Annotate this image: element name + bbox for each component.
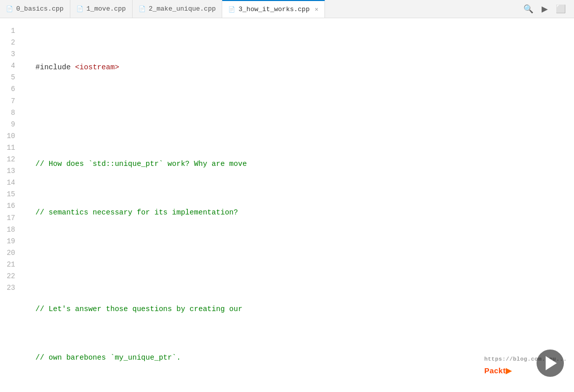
toolbar-actions: 🔍 ▶ ⬜ — [521, 3, 574, 15]
search-button[interactable]: 🔍 — [521, 3, 536, 15]
file-icon-2: 📄 — [139, 6, 146, 12]
line-num-18: 18 — [0, 224, 20, 236]
line-num-11: 11 — [0, 142, 20, 154]
line-num-2: 2 — [0, 37, 20, 49]
line-num-3: 3 — [0, 49, 20, 60]
tab-0-label: 0_basics.cpp — [16, 5, 64, 13]
code-line-1: #include <iostream> — [35, 62, 574, 74]
line-num-12: 12 — [0, 154, 20, 165]
file-icon-0: 📄 — [6, 6, 13, 12]
tab-1-label: 1_move.cpp — [87, 5, 126, 13]
watermark-brand: Packt▶ — [484, 366, 512, 375]
play-triangle-icon — [546, 356, 557, 370]
tab-3-how-it-works[interactable]: 📄 3_how_it_works.cpp ✕ — [222, 0, 325, 18]
line-num-21: 21 — [0, 259, 20, 271]
code-line-3: // How does `std::unique_ptr` work? Why … — [35, 158, 574, 170]
tab-0-basics[interactable]: 📄 0_basics.cpp — [0, 0, 70, 18]
line-num-23: 23 — [0, 282, 20, 294]
code-line-4: // semantics necessary for its implement… — [35, 207, 574, 219]
code-line-6: // Let's answer those questions by creat… — [35, 303, 574, 316]
line-num-9: 9 — [0, 119, 20, 130]
split-button[interactable]: ⬜ — [554, 3, 568, 15]
line-num-14: 14 — [0, 177, 20, 189]
line-num-4: 4 — [0, 60, 20, 72]
line-num-15: 15 — [0, 189, 20, 200]
line-num-5: 5 — [0, 72, 20, 83]
line-num-17: 17 — [0, 212, 20, 224]
tab-2-label: 2_make_unique.cpp — [149, 5, 216, 13]
line-numbers: 1 2 3 4 5 6 7 8 9 10 11 12 13 14 15 16 1… — [0, 18, 25, 392]
code-editor[interactable]: #include <iostream> // How does `std::un… — [25, 18, 574, 392]
tab-2-make-unique[interactable]: 📄 2_make_unique.cpp — [133, 0, 223, 18]
line-num-20: 20 — [0, 247, 20, 259]
line-num-6: 6 — [0, 83, 20, 95]
line-num-1: 1 — [0, 25, 20, 37]
file-icon-3: 📄 — [228, 6, 235, 13]
line-num-8: 8 — [0, 107, 20, 119]
line-num-16: 16 — [0, 200, 20, 212]
line-num-7: 7 — [0, 96, 20, 107]
line-num-10: 10 — [0, 130, 20, 142]
tab-bar: 📄 0_basics.cpp 📄 1_move.cpp 📄 2_make_uni… — [0, 0, 574, 18]
file-icon-1: 📄 — [76, 6, 84, 12]
code-line-2 — [35, 110, 574, 122]
close-icon[interactable]: ✕ — [315, 6, 318, 13]
line-num-22: 22 — [0, 271, 20, 282]
line-num-13: 13 — [0, 165, 20, 177]
play-button-top[interactable]: ▶ — [540, 3, 550, 15]
tab-3-label: 3_how_it_works.cpp — [238, 6, 309, 13]
line-num-19: 19 — [0, 236, 20, 247]
play-overlay-button[interactable] — [537, 350, 564, 377]
tab-1-move[interactable]: 📄 1_move.cpp — [70, 0, 133, 18]
editor-area: 1 2 3 4 5 6 7 8 9 10 11 12 13 14 15 16 1… — [0, 18, 574, 392]
code-line-5 — [35, 255, 574, 268]
